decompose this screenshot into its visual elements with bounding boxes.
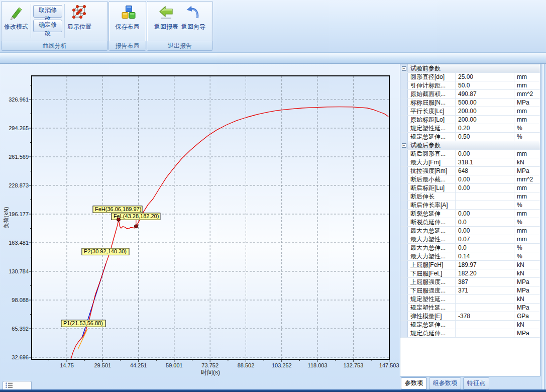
param-row[interactable]: 下屈服[FeL]182.20kN <box>400 269 540 278</box>
param-row[interactable]: 规定总延伸...kN <box>400 321 540 329</box>
svg-text:294.265: 294.265 <box>9 125 29 131</box>
list-icon <box>5 381 13 390</box>
row-gutter <box>400 304 408 312</box>
svg-text:261.569: 261.569 <box>9 154 29 160</box>
cancel-modify-button[interactable]: 取消修改 <box>33 5 62 18</box>
position-cube-icon <box>71 4 88 21</box>
save-layout-button[interactable]: 保存布局 <box>114 2 141 40</box>
panel-tabbar: 参数项 组参数项 特征点 <box>400 377 540 389</box>
tab-group-param-items[interactable]: 组参数项 <box>429 377 461 389</box>
param-group-title: 试验前参数 <box>408 64 540 72</box>
param-row[interactable]: 引伸计标距...50.0mm <box>400 81 540 90</box>
collapse-icon[interactable]: − <box>402 66 406 71</box>
param-row[interactable]: 最大力总伸...0.0% <box>400 244 540 252</box>
param-name: 规定塑性延... <box>408 124 456 132</box>
param-row[interactable]: 抗拉强度[Rm]648MPa <box>400 167 540 175</box>
param-row[interactable]: 原始截面积...490.87mm^2 <box>400 90 540 99</box>
param-group-header[interactable]: −试验后参数 <box>400 141 540 150</box>
param-value: 0.07 <box>456 235 514 243</box>
param-row[interactable]: 原始标距[Lo]200.00mm <box>400 116 540 124</box>
param-value <box>456 321 514 329</box>
param-name: 最大力塑性... <box>408 252 456 260</box>
row-gutter <box>400 321 408 329</box>
param-row[interactable]: 规定塑性延...kN <box>400 295 540 304</box>
svg-text:118.003: 118.003 <box>308 362 327 368</box>
param-value: 500.00 <box>456 99 514 107</box>
row-gutter <box>400 312 408 320</box>
ribbon: 修改模式 取消修改 确定修改 <box>0 0 546 53</box>
curve-list-tab[interactable] <box>3 381 32 390</box>
param-name: 下屈服强度... <box>408 286 456 295</box>
svg-text:P1(21.53,56.88): P1(21.53,56.88) <box>63 320 103 326</box>
row-gutter <box>400 133 408 141</box>
param-row[interactable]: 断后标距[Lu]0.00mm <box>400 184 540 192</box>
confirm-modify-button[interactable]: 确定修改 <box>33 20 62 32</box>
param-name: 断后标距[Lu] <box>408 184 456 192</box>
tab-param-items[interactable]: 参数项 <box>401 377 427 389</box>
param-row[interactable]: 最大力塑性...0.07mm <box>400 235 540 244</box>
param-row[interactable]: 最大力总延...0.00mm <box>400 227 540 235</box>
param-row[interactable]: 上屈服强度...387MPa <box>400 278 540 286</box>
param-row[interactable]: 弹性模量[E]-378GPa <box>400 312 540 321</box>
param-row[interactable]: 规定塑性延...MPa <box>400 304 540 312</box>
show-position-button[interactable]: 显示位置 <box>66 2 93 40</box>
param-value: 371 <box>456 286 514 295</box>
load-time-chart: 32.69665.39298.088130.784163.481196.1772… <box>0 64 399 389</box>
param-name: 平行长度[Lc] <box>408 107 456 115</box>
param-row[interactable]: 圆形直径[do]25.00mm <box>400 73 540 81</box>
param-name: 断后最小截... <box>408 175 456 183</box>
param-value: 0.00 <box>456 184 514 192</box>
row-gutter <box>400 269 408 277</box>
param-unit: mm <box>514 73 540 81</box>
param-row[interactable]: 规定总延伸...0.50% <box>400 133 540 141</box>
svg-text:73.752: 73.752 <box>201 362 219 368</box>
param-name: 抗拉强度[Rm] <box>408 167 456 175</box>
row-gutter <box>400 192 408 201</box>
param-unit: % <box>514 124 540 132</box>
param-row[interactable]: 最大力[Fm]318.1kN <box>400 158 540 167</box>
row-gutter <box>400 252 408 260</box>
param-value: 0.00 <box>456 175 514 183</box>
row-gutter: − <box>400 141 408 149</box>
param-row[interactable]: 标称屈服[N...500.00MPa <box>400 99 540 107</box>
param-row[interactable]: 断后伸长mm <box>400 192 540 201</box>
param-row[interactable]: 平行长度[Lc]200.00mm <box>400 107 540 116</box>
param-row[interactable]: 断后伸长率[A]% <box>400 201 540 210</box>
param-unit: mm <box>514 116 540 124</box>
collapse-icon[interactable]: − <box>402 143 406 148</box>
param-group-header[interactable]: −试验前参数 <box>400 64 540 73</box>
param-unit: mm <box>514 81 540 89</box>
yield-point-marker <box>117 218 121 221</box>
param-value: 25.00 <box>456 73 514 81</box>
param-row[interactable]: 断裂总延伸...0.0% <box>400 218 540 227</box>
modify-mode-button[interactable]: 修改模式 <box>3 2 30 40</box>
param-row[interactable]: 规定塑性延...0.20% <box>400 124 540 133</box>
param-unit: mm <box>514 235 540 243</box>
param-row[interactable]: 断后圆形直...0.00mm <box>400 150 540 158</box>
tab-feature-points[interactable]: 特征点 <box>463 377 489 389</box>
param-name: 规定塑性延... <box>408 295 456 303</box>
param-unit: kN <box>514 261 540 269</box>
right-splitter[interactable] <box>541 64 546 389</box>
param-unit: mm <box>514 210 540 218</box>
param-unit: MPa <box>514 304 540 312</box>
param-value: 318.1 <box>456 158 514 166</box>
cubes-icon <box>119 4 136 21</box>
param-row[interactable]: 上屈服[FeH]189.97kN <box>400 261 540 269</box>
row-gutter <box>400 158 408 166</box>
svg-text:147.503: 147.503 <box>379 362 399 368</box>
back-to-report-button[interactable]: 返回报表 <box>153 2 180 40</box>
param-row[interactable]: 断裂总延伸0.00mm <box>400 210 540 218</box>
param-row[interactable]: 断后最小截...0.00mm^2 <box>400 175 540 184</box>
ribbon-bottom-band <box>0 53 546 64</box>
param-name: 弹性模量[E] <box>408 312 456 320</box>
param-unit: MPa <box>514 278 540 286</box>
row-gutter <box>400 286 408 295</box>
back-to-wizard-button[interactable]: 返回向导 <box>180 2 207 40</box>
svg-text:103.252: 103.252 <box>272 362 292 368</box>
param-name: 标称屈服[N... <box>408 99 456 107</box>
param-row[interactable]: 最大力塑性...0.14% <box>400 252 540 261</box>
param-value: -378 <box>456 312 514 320</box>
param-row[interactable]: 规定总延伸...MPa <box>400 329 540 338</box>
param-row[interactable]: 下屈服强度...371MPa <box>400 286 540 295</box>
